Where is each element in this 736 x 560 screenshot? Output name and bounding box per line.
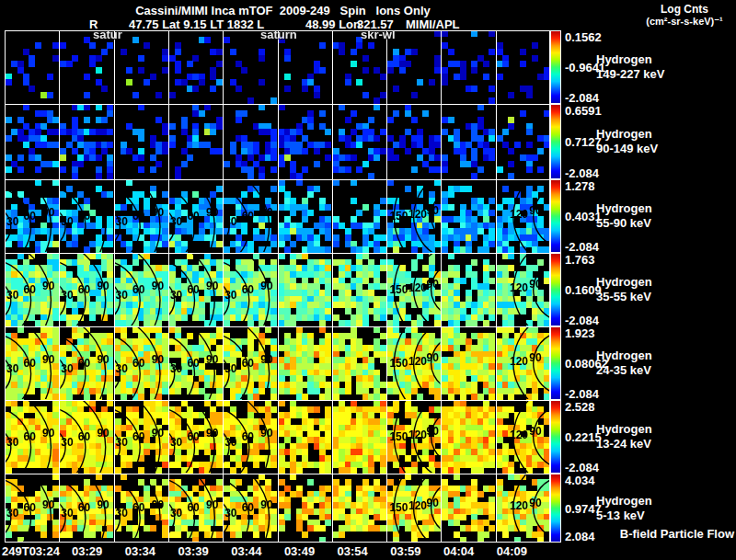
spectrogram-row-canvas — [5, 104, 550, 179]
channel-energy-range: 13-24 keV — [596, 437, 652, 451]
colorbar-tick-max: 0.1562 — [565, 30, 602, 44]
colorbar — [550, 326, 561, 400]
channel-species: Hydrogen — [596, 275, 652, 290]
time-tick-label: 03:29 — [72, 544, 102, 558]
time-tick-label: 03:54 — [338, 544, 368, 558]
plot-title: Cassini/MIMI Inca mTOF 2009-249 Spin Ion… — [0, 4, 566, 17]
colorbar-tick-max: 1.763 — [565, 253, 595, 267]
time-tick-label: 04:04 — [443, 544, 474, 558]
channel-label: Hydrogen90-149 keV — [596, 127, 658, 156]
time-tick-label: 03:44 — [231, 544, 261, 558]
time-tick-label: 03:34 — [125, 544, 155, 558]
credit-label: MIMI/APL — [406, 17, 460, 31]
spectrogram-row: 0.65910.7127-2.084Hydrogen90-149 keV — [0, 104, 736, 179]
colorbar — [550, 179, 561, 253]
colorbar-tick-min: 2.084 — [565, 530, 595, 543]
colorbar-tick-max: 0.6591 — [565, 104, 602, 118]
spectrogram-row-canvas — [5, 474, 550, 543]
channel-label: Hydrogen149-227 keV — [596, 52, 664, 82]
colorbar-tick-min: -2.084 — [565, 314, 599, 327]
channel-energy-range: 55-90 keV — [596, 216, 652, 231]
spectrogram-row-canvas — [5, 326, 550, 400]
colorbar-units-line1: Log Cnts — [635, 4, 734, 16]
position-text: 47.75 Lat 9.15 LT 1832 L — [129, 17, 264, 31]
time-tick-label: 03:49 — [284, 544, 315, 558]
annotation-saturn: saturn — [260, 28, 297, 41]
time-axis: 249T03:2403:2903:3403:3903:4403:4903:540… — [0, 544, 736, 559]
annotation-skr-wl: skr-wl — [361, 28, 396, 41]
channel-energy-range: 90-149 keV — [596, 142, 658, 156]
channel-label: Hydrogen13-24 keV — [596, 422, 652, 451]
channel-label: Hydrogen5-13 keV — [596, 494, 652, 523]
channel-species: Hydrogen — [596, 422, 652, 437]
colorbar-tick-max: 4.034 — [565, 474, 595, 487]
colorbar-tick-min: -2.084 — [565, 240, 599, 254]
colorbar-tick-min: -2.084 — [565, 461, 599, 474]
colorbar-tick-max: 1.278 — [565, 179, 595, 193]
time-tick-label: 249T03:24 — [2, 544, 60, 558]
spectrogram-row: 1.9230.08062-2.084Hydrogen24-35 keV — [0, 326, 736, 400]
colorbar — [550, 104, 561, 179]
spectrogram-row: 0.1562-0.9641-2.084Hydrogen149-227 keV — [0, 30, 736, 104]
channel-species: Hydrogen — [596, 52, 664, 67]
channel-label: Hydrogen55-90 keV — [596, 201, 652, 231]
channel-species: Hydrogen — [596, 349, 652, 363]
spectrogram-row: 1.7630.1609-2.084Hydrogen35-55 keV — [0, 253, 736, 326]
spectrogram-row-canvas — [5, 30, 550, 104]
channel-energy-range: 24-35 keV — [596, 363, 652, 378]
bfield-particle-flow-label: B-field Particle Flow — [620, 527, 734, 541]
colorbar-tick-min: -2.084 — [565, 387, 599, 401]
channel-label: Hydrogen35-55 keV — [596, 275, 652, 304]
colorbar — [550, 30, 561, 104]
time-tick-label: 03:59 — [390, 544, 420, 558]
spectrogram-row: 4.0340.97472.084Hydrogen5-13 keVB-field … — [0, 474, 736, 543]
channel-species: Hydrogen — [596, 127, 658, 142]
spectrogram-row-canvas — [5, 253, 550, 326]
colorbar-tick-min: -2.084 — [565, 91, 599, 105]
channel-energy-range: 5-13 keV — [596, 509, 652, 523]
channel-label: Hydrogen24-35 keV — [596, 349, 652, 378]
spectrogram-rows: 0.1562-0.9641-2.084Hydrogen149-227 keV0.… — [0, 30, 736, 543]
mimi-inca-spectrogram-screen: Cassini/MIMI Inca mTOF 2009-249 Spin Ion… — [0, 0, 736, 560]
spectrogram-row-canvas — [5, 179, 550, 253]
channel-energy-range: 35-55 keV — [596, 290, 652, 304]
time-tick-label: 03:39 — [178, 544, 208, 558]
channel-species: Hydrogen — [596, 201, 652, 216]
spectrogram-row-canvas — [5, 400, 550, 474]
colorbar-tick-max: 2.528 — [565, 400, 595, 414]
colorbar — [550, 253, 561, 326]
annotation-satur: satur — [93, 28, 122, 41]
time-tick-label: 04:09 — [497, 544, 527, 558]
channel-species: Hydrogen — [596, 494, 652, 509]
colorbar — [550, 400, 561, 474]
colorbar-tick-max: 1.923 — [565, 326, 595, 340]
spectrogram-row: 2.5280.2215-2.084Hydrogen13-24 keV — [0, 400, 736, 474]
lon-label: 48.99 Lon — [305, 17, 361, 31]
channel-energy-range: 149-227 keV — [596, 67, 664, 82]
spectrogram-row: 1.2780.4031-2.084Hydrogen55-90 keV — [0, 179, 736, 253]
colorbar-tick-min: -2.084 — [565, 166, 599, 180]
colorbar — [550, 474, 561, 543]
